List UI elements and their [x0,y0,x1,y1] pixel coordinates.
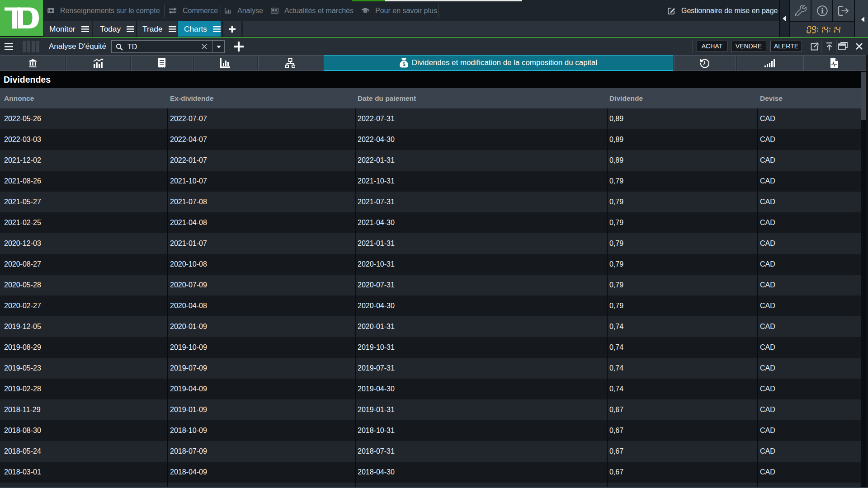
svg-text:$: $ [402,61,405,67]
